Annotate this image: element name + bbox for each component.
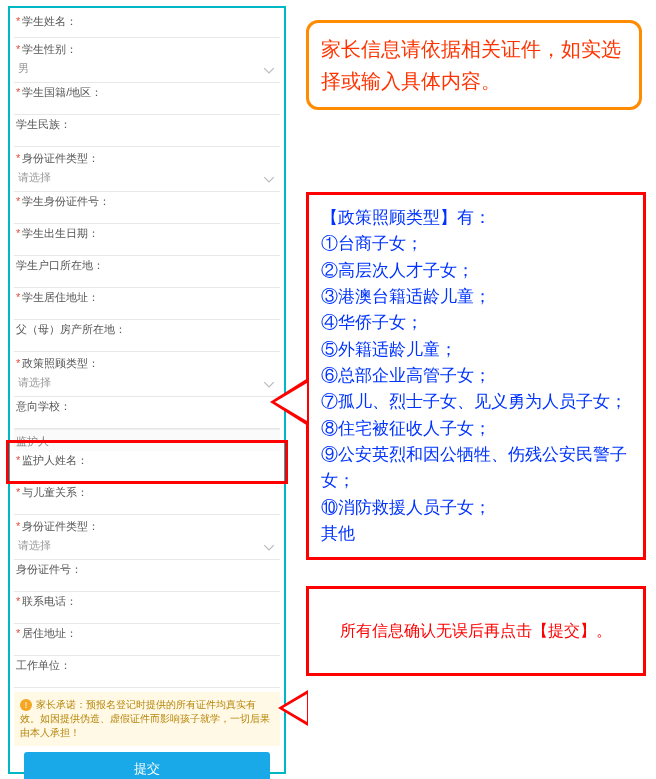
callout2-item-7: ⑦孤儿、烈士子女、见义勇为人员子女； [321,389,631,415]
field-ethnicity[interactable]: 学生民族： [14,115,280,147]
label-nationality: *学生国籍/地区： [16,85,278,100]
callout2-item-9: ⑨公安英烈和因公牺牲、伤残公安民警子女； [321,442,631,495]
field-guardian-name[interactable]: *监护人姓名： [14,451,280,483]
field-work-unit[interactable]: 工作单位： [14,656,280,688]
callout2-item-4: ④华侨子女； [321,310,631,336]
field-contact-phone[interactable]: *联系电话： [14,592,280,624]
label-guardian-name: *监护人姓名： [16,453,278,468]
label-ethnicity: 学生民族： [16,117,278,132]
value-id-type: 请选择 [16,170,278,185]
label-residence-addr: *居住地址： [16,626,278,641]
chevron-down-icon [264,545,274,551]
callout-policy-types: 【政策照顾类型】有： ①台商子女； ②高层次人才子女； ③港澳台籍适龄儿童； ④… [306,192,646,560]
label-hukou: 学生户口所在地： [16,258,278,273]
callout2-item-1: ①台商子女； [321,231,631,257]
section-guardian: 监护人 [14,429,280,451]
callout2-item-10: ⑩消防救援人员子女； [321,495,631,521]
chevron-down-icon [264,68,274,74]
callout2-item-6: ⑥总部企业高管子女； [321,363,631,389]
field-nationality[interactable]: *学生国籍/地区： [14,83,280,115]
value-student-gender: 男 [16,61,278,76]
field-student-name[interactable]: *学生姓名： [14,10,280,38]
field-id-type[interactable]: *身份证件类型： 请选择 [14,147,280,192]
phone-form-frame: *学生姓名： *学生性别： 男 *学生国籍/地区： 学生民族： *身份证件类型：… [8,6,286,774]
callout3-tail [278,690,308,726]
label-student-gender: *学生性别： [16,42,278,57]
warning-icon: ! [20,699,32,711]
form-scroll: *学生姓名： *学生性别： 男 *学生国籍/地区： 学生民族： *身份证件类型：… [14,10,280,779]
callout-guardian-info: 家长信息请依据相关证件，如实选择或输入具体内容。 [306,20,642,110]
field-student-idno[interactable]: *学生身份证件号： [14,192,280,224]
callout1-text: 家长信息请依据相关证件，如实选择或输入具体内容。 [321,38,621,92]
label-child-relation: *与儿童关系： [16,485,278,500]
label-guardian-id-type: *身份证件类型： [16,519,278,534]
callout2-item-8: ⑧住宅被征收人子女； [321,416,631,442]
field-policy-type[interactable]: *政策照顾类型： 请选择 [14,352,280,397]
label-contact-phone: *联系电话： [16,594,278,609]
callout2-tail [270,378,308,426]
field-child-relation[interactable]: *与儿童关系： [14,483,280,515]
label-student-birth: *学生出生日期： [16,226,278,241]
field-student-gender[interactable]: *学生性别： 男 [14,38,280,83]
callout2-item-2: ②高层次人才子女； [321,258,631,284]
field-guardian-id-type[interactable]: *身份证件类型： 请选择 [14,515,280,560]
label-work-unit: 工作单位： [16,658,278,673]
value-guardian-id-type: 请选择 [16,538,278,553]
warning-text: 家长承诺：预报名登记时提供的所有证件均真实有效。如因提供伪造、虚假证件而影响孩子… [20,699,270,738]
label-residence: *学生居住地址： [16,290,278,305]
callout3-text: 所有信息确认无误后再点击【提交】。 [340,622,612,639]
chevron-down-icon [264,177,274,183]
field-guardian-idno[interactable]: 身份证件号： [14,560,280,592]
warning-notice: !家长承诺：预报名登记时提供的所有证件均真实有效。如因提供伪造、虚假证件而影响孩… [14,692,280,746]
field-residence[interactable]: *学生居住地址： [14,288,280,320]
field-student-birth[interactable]: *学生出生日期： [14,224,280,256]
callout2-item-5: ⑤外籍适龄儿童； [321,337,631,363]
label-guardian-idno: 身份证件号： [16,562,278,577]
field-hukou[interactable]: 学生户口所在地： [14,256,280,288]
label-policy-type: *政策照顾类型： [16,356,278,371]
callout2-title: 【政策照顾类型】有： [321,205,631,231]
callout2-item-3: ③港澳台籍适龄儿童； [321,284,631,310]
label-intended-school: 意向学校： [16,399,278,414]
label-student-name: *学生姓名： [16,14,278,29]
label-student-idno: *学生身份证件号： [16,194,278,209]
submit-label: 提交 [134,761,160,776]
callout-submit-note: 所有信息确认无误后再点击【提交】。 [306,586,646,676]
field-parent-property[interactable]: 父（母）房产所在地： [14,320,280,352]
label-parent-property: 父（母）房产所在地： [16,322,278,337]
field-residence-addr[interactable]: *居住地址： [14,624,280,656]
field-intended-school[interactable]: 意向学校： [14,397,280,429]
value-policy-type: 请选择 [16,375,278,390]
callout2-item-11: 其他 [321,521,631,547]
label-id-type: *身份证件类型： [16,151,278,166]
submit-button[interactable]: 提交 [24,752,270,779]
